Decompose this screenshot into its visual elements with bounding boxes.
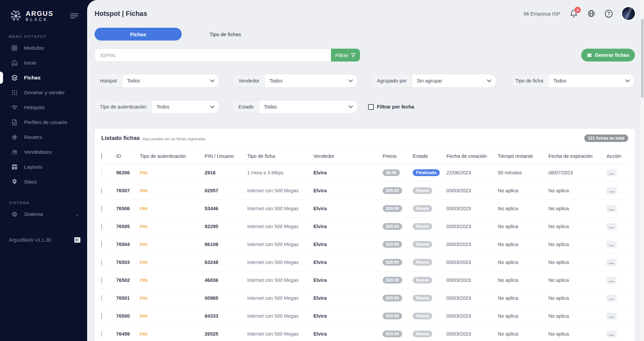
tab-fichas[interactable]: Fichas [95,28,182,41]
filter-vendedor[interactable]: Vendedor Todos [233,74,358,88]
filter-by-date-checkbox-group[interactable]: Filtrar por fecha [368,104,414,110]
row-actions-button[interactable]: ... [607,241,617,248]
cell-vendor: Elvira [313,271,383,289]
sidebar-item-fichas[interactable]: Fichas [0,70,87,85]
cell-auth-type: PIN [140,253,205,271]
cell-id: 76500 [116,307,140,325]
filter-hotspot[interactable]: Hotspot Todos [95,74,220,88]
row-checkbox[interactable] [101,277,102,283]
cell-status: Nueva [413,182,446,200]
help-icon[interactable]: ? [605,10,613,18]
user-avatar[interactable] [622,7,635,20]
row-checkbox[interactable] [101,331,102,337]
sidebar-item-modulos[interactable]: Modulos [0,41,87,55]
filter-value: Sin agrupar [417,78,442,83]
chevron-down-icon [210,105,214,108]
select-all-checkbox[interactable] [101,153,102,159]
search-input[interactable] [95,49,331,62]
row-checkbox[interactable] [101,205,102,212]
date-filter-checkbox[interactable] [368,104,374,110]
row-actions-button[interactable]: ... [607,223,617,230]
filter-estado[interactable]: Estado Todas [233,100,358,114]
search-group: Filtrar [95,49,360,62]
page: ARGUS BLACK MENU HOTSPOTModulosInicioFic… [0,0,644,341]
row-checkbox[interactable] [101,241,102,247]
row-actions-button[interactable]: ... [607,259,617,266]
cell-created: 03/03/2023 [446,218,498,236]
gear-icon: ⚙ [11,211,18,218]
filter-button[interactable]: Filtrar [331,49,360,62]
scrollbar-thumb[interactable] [641,19,644,98]
row-checkbox[interactable] [101,295,102,301]
row-actions-button[interactable]: ... [607,277,617,284]
language-globe-icon[interactable] [587,9,595,18]
cell-status: Finalizada [413,164,446,182]
cell-created: 03/03/2023 [446,271,498,289]
sidebar-item-perfiles-de-usuario[interactable]: Perfiles de usuario [0,115,87,130]
cell-remaining: No aplica [498,289,548,307]
cell-ficha-type: Internet con 500 Megas [247,200,313,218]
cell-expires: No aplica [548,253,607,271]
version-row: ArgusBlack v3.1.36 [9,237,80,243]
cell-remaining: No aplica [498,200,548,218]
sidebar-item-label: Inicio [24,60,36,66]
cell-action: ... [607,253,628,271]
cell-ficha-type: Internet con 500 Megas [247,289,313,307]
version-badge-icon[interactable] [74,237,80,243]
row-actions-button[interactable]: ... [607,169,617,176]
filter-agrupado-por[interactable]: Agrupado por Sin agrupar [371,74,496,88]
sidebar-toggle-icon[interactable] [69,11,80,21]
cell-action: ... [607,218,628,236]
cell-pin: 53446 [205,200,247,218]
sidebar-item-layouts[interactable]: Layouts [0,160,87,174]
table-row: 76499PIN26525Internet con 500 MegasElvir… [101,325,628,341]
cell-auth-type: PIN [140,271,205,289]
cell-vendor: Elvira [313,236,383,253]
sidebar-item-sistema[interactable]: ⚙Sistema⌄ [0,207,87,222]
filter-tipo-de-ficha[interactable]: Tipo de ficha Todos [510,74,635,88]
sidebar-item-generar-y-vender[interactable]: Generar y vender [0,85,87,100]
filter-value: Todos [127,78,140,83]
cell-created: 03/03/2023 [446,200,498,218]
scrollbar-track[interactable] [641,0,644,341]
table-row: 96356PIN29161 Hora a 3 MbpsElvira$5.00Fi… [101,164,628,182]
sidebar-item-vendedores[interactable]: Vendedores [0,145,87,160]
cell-vendor: Elvira [313,164,383,182]
row-actions-button[interactable]: ... [607,187,617,194]
total-count-badge: 121 fichas en total [584,135,628,142]
row-actions-button[interactable]: ... [607,331,617,338]
cell-ficha-type: Internet con 500 Megas [247,236,313,253]
notifications-bell-icon[interactable]: 4 [570,9,578,18]
cell-created: 03/03/2023 [446,325,498,341]
sidebar-nav: MENU HOTSPOTModulosInicioFichasGenerar y… [0,34,87,222]
row-checkbox[interactable] [101,188,102,194]
row-actions-button[interactable]: ... [607,295,617,302]
cell-auth-type: PIN [140,236,205,253]
chevron-down-icon [349,105,353,108]
cell-created: 03/03/2023 [446,253,498,271]
sidebar-item-hotspots[interactable]: Hotspots [0,100,87,115]
col-precio: Precio [383,148,413,164]
cell-ficha-type: Internet con 500 Megas [247,218,313,236]
cell-id: 76503 [116,253,140,271]
row-checkbox[interactable] [101,259,102,265]
cell-id: 76502 [116,271,140,289]
cell-expires: No aplica [548,325,607,341]
filter-label: Tipo de ficha [510,74,548,87]
row-actions-button[interactable]: ... [607,205,617,212]
row-checkbox[interactable] [101,313,102,319]
cell-ficha-type: 1 Hora a 3 Mbps [247,164,313,182]
page-title: Hotspot | Fichas [95,10,147,18]
cell-created: 03/03/2023 [446,289,498,307]
sidebar-item-inicio[interactable]: Inicio [0,55,87,70]
sidebar-item-routers[interactable]: Routers [0,130,87,145]
generate-fichas-button[interactable]: Generar fichas [581,49,635,62]
tab-tipo-de-fichas[interactable]: Tipo de fichas [182,28,269,41]
row-actions-button[interactable]: ... [607,313,617,320]
cell-id: 76499 [116,325,140,341]
cell-vendor: Elvira [313,253,383,271]
row-checkbox[interactable] [101,223,102,229]
cell-vendor: Elvira [313,218,383,236]
sidebar-item-sitios[interactable]: Sitios [0,174,87,189]
filter-tipo-de-autenticacion[interactable]: Tipo de autenticación Todos [95,100,220,114]
